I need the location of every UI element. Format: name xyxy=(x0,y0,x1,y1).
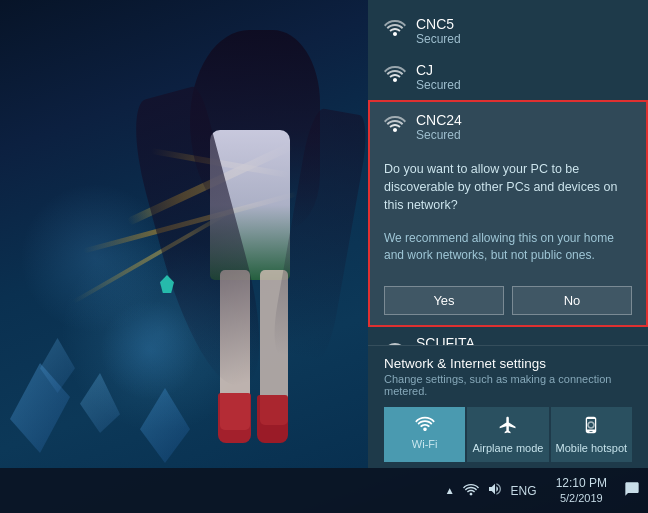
network-item-cnc24-header: CNC24 Secured xyxy=(384,112,632,142)
network-cnc24-info: CNC24 Secured xyxy=(416,112,632,142)
taskbar-right: ▲ ENG 12:10 PM xyxy=(434,468,648,513)
network-item-cnc5-header: CNC5 Secured xyxy=(384,16,632,46)
wifi-icon-cnc5 xyxy=(384,18,406,39)
wifi-icon-cnc24 xyxy=(384,114,406,135)
mobile-quick-label: Mobile hotspot xyxy=(556,442,628,454)
network-cj-info: CJ Secured xyxy=(416,62,632,92)
no-button[interactable]: No xyxy=(512,286,632,315)
wifi-icon-scufita xyxy=(384,337,406,345)
taskbar-system-icons: ▲ ENG xyxy=(434,479,548,502)
network-cnc24-question: Do you want to allow your PC to be disco… xyxy=(384,160,632,214)
volume-taskbar-icon[interactable] xyxy=(484,479,506,502)
quick-action-wifi[interactable]: Wi-Fi xyxy=(384,407,465,462)
taskbar-clock[interactable]: 12:10 PM 5/2/2019 xyxy=(548,476,615,506)
network-scufita-name: SCUFITA xyxy=(416,335,632,345)
network-panel: CNC5 Secured CJ Secured xyxy=(368,0,648,468)
clock-date: 5/2/2019 xyxy=(560,491,603,505)
clock-time: 12:10 PM xyxy=(556,476,607,492)
taskbar: ▲ ENG 12:10 PM xyxy=(0,468,648,513)
network-cnc5-name: CNC5 xyxy=(416,16,632,32)
network-cj-status: Secured xyxy=(416,78,632,92)
network-item-cj-header: CJ Secured xyxy=(384,62,632,92)
character-area xyxy=(180,30,348,453)
yes-button[interactable]: Yes xyxy=(384,286,504,315)
network-cj-name: CJ xyxy=(416,62,632,78)
network-cnc24-name: CNC24 xyxy=(416,112,632,128)
airplane-quick-label: Airplane mode xyxy=(473,442,544,454)
wifi-quick-label: Wi-Fi xyxy=(412,438,438,450)
wifi-quick-icon xyxy=(415,415,435,434)
quick-action-mobile[interactable]: Mobile hotspot xyxy=(551,407,632,462)
network-taskbar-icon[interactable] xyxy=(460,480,482,501)
settings-subtitle: Change settings, such as making a connec… xyxy=(384,373,632,397)
network-scufita-info: SCUFITA Secured xyxy=(416,335,632,345)
settings-title[interactable]: Network & Internet settings xyxy=(384,356,632,371)
quick-action-airplane[interactable]: Airplane mode xyxy=(467,407,548,462)
network-item-cnc24[interactable]: CNC24 Secured Do you want to allow your … xyxy=(368,100,648,327)
network-item-cnc5[interactable]: CNC5 Secured xyxy=(368,8,648,54)
network-item-scufita[interactable]: SCUFITA Secured xyxy=(368,327,648,345)
network-cnc24-buttons: Yes No xyxy=(384,286,632,315)
quick-actions: Wi-Fi Airplane mode Mob xyxy=(384,407,632,462)
mobile-quick-icon xyxy=(582,415,600,438)
airplane-quick-icon xyxy=(498,415,518,438)
network-cnc24-status: Secured xyxy=(416,128,632,142)
show-hidden-icons[interactable]: ▲ xyxy=(442,483,458,498)
wifi-icon-cj xyxy=(384,64,406,85)
network-item-scufita-header: SCUFITA Secured xyxy=(384,335,632,345)
language-taskbar-icon[interactable]: ENG xyxy=(508,482,540,500)
network-cnc24-recommend: We recommend allowing this on your home … xyxy=(384,230,632,264)
network-cnc5-status: Secured xyxy=(416,32,632,46)
network-list: CNC5 Secured CJ Secured xyxy=(368,0,648,345)
notification-center-icon[interactable] xyxy=(615,481,648,501)
network-settings: Network & Internet settings Change setti… xyxy=(368,345,648,468)
network-item-cj[interactable]: CJ Secured xyxy=(368,54,648,100)
network-cnc5-info: CNC5 Secured xyxy=(416,16,632,46)
